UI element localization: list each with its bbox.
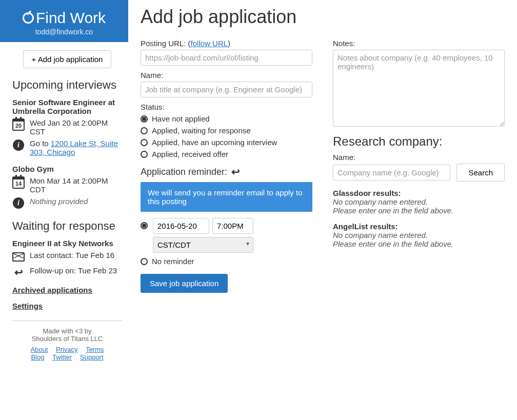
footer: Made with <3 by Shoulders of Titans LLC … — [12, 327, 122, 361]
divider — [12, 321, 122, 321]
interview-location: Go to 1200 Lake St, Suite 303, Chicago — [30, 139, 122, 156]
status-option[interactable]: Applied, have an upcoming interview — [141, 138, 312, 147]
no-reminder-option[interactable]: No reminder — [141, 257, 312, 266]
angellist-empty: No company name entered. Please enter on… — [333, 231, 505, 248]
followup: Follow-up on: Tue Feb 23 — [30, 266, 117, 275]
status-option[interactable]: Have not applied — [141, 114, 312, 123]
search-button[interactable]: Search — [456, 164, 505, 182]
last-contact: Last contact: Tue Feb 16 — [30, 251, 114, 259]
upcoming-item: Globo Gym 14 Mon Mar 14 at 2:00PM CDT i … — [12, 165, 122, 209]
radio-icon — [141, 139, 148, 146]
main: Add job application Posting URL: (follow… — [128, 0, 517, 361]
radio-icon — [141, 258, 148, 265]
posting-url-label: Posting URL: (follow URL) — [141, 39, 312, 48]
timezone-select[interactable]: CST/CDT — [153, 237, 253, 253]
footer-link[interactable]: Twitter — [52, 353, 72, 361]
brand-email: todd@findwork.co — [0, 28, 128, 36]
research-heading: Research company: — [333, 134, 505, 149]
footer-link[interactable]: About — [30, 346, 48, 353]
footer-link[interactable]: Support — [80, 353, 104, 361]
page-title: Add job application — [141, 6, 505, 28]
status-option[interactable]: Applied, waiting for response — [141, 126, 312, 135]
notes-textarea[interactable] — [333, 50, 505, 127]
waiting-item: Engineer II at Sky Networks Last contact… — [12, 239, 122, 278]
status-label: Status: — [141, 103, 312, 111]
brand-title: Find Work — [36, 9, 106, 27]
company-name-label: Name: — [333, 153, 505, 162]
add-application-button[interactable]: + Add job application — [23, 50, 112, 68]
waiting-title: Engineer II at Sky Networks — [12, 239, 122, 248]
footer-link[interactable]: Privacy — [56, 346, 78, 353]
reminder-date-input[interactable] — [153, 218, 209, 234]
info-icon: i — [13, 197, 24, 209]
posting-url-input[interactable] — [141, 50, 312, 66]
radio-icon — [141, 127, 148, 134]
upcoming-heading: Upcoming interviews — [12, 78, 122, 92]
waiting-heading: Waiting for response — [12, 219, 122, 233]
calendar-icon: 14 — [12, 176, 25, 189]
name-label: Name: — [141, 71, 312, 79]
reply-icon: ↩ — [231, 166, 240, 178]
name-input[interactable] — [141, 82, 312, 97]
sidebar: Find Work todd@findwork.co + Add job app… — [0, 0, 128, 361]
glassdoor-heading: Glassdoor results: — [333, 189, 505, 197]
archived-link[interactable]: Archived applications — [12, 286, 122, 294]
status-option[interactable]: Applied, received offer — [141, 150, 312, 158]
reminder-heading: Application reminder: ↩ — [141, 166, 312, 178]
interview-title: Globo Gym — [12, 165, 122, 173]
radio-icon[interactable] — [141, 222, 148, 229]
reply-icon: ↩ — [14, 266, 23, 278]
right-column: Notes: Research company: Name: Search Gl… — [333, 34, 505, 293]
footer-link[interactable]: Blog — [31, 353, 44, 361]
radio-icon — [141, 151, 148, 158]
interview-datetime: Wed Jan 20 at 2:00PM CST — [30, 118, 122, 136]
angellist-heading: AngelList results: — [333, 222, 505, 231]
reminder-notice: We will send you a reminder email to app… — [141, 182, 312, 212]
settings-link[interactable]: Settings — [12, 302, 122, 310]
interview-datetime: Mon Mar 14 at 2:00PM CDT — [30, 176, 122, 194]
search-icon — [23, 12, 34, 24]
info-icon: i — [13, 139, 24, 151]
brand-header[interactable]: Find Work todd@findwork.co — [0, 0, 128, 42]
reminder-time-input[interactable] — [212, 218, 253, 234]
radio-icon — [141, 115, 148, 123]
follow-url-link[interactable]: follow URL — [191, 39, 228, 48]
save-button[interactable]: Save job application — [141, 274, 228, 293]
footer-link[interactable]: Terms — [86, 346, 104, 353]
notes-label: Notes: — [333, 39, 505, 48]
left-column: Posting URL: (follow URL) Name: Status: … — [141, 34, 312, 293]
interview-location-empty: Nothing provided — [30, 197, 88, 206]
glassdoor-empty: No company name entered. Please enter on… — [333, 197, 505, 215]
envelope-icon — [12, 252, 25, 262]
upcoming-item: Senior Software Engineer at Umbrella Cor… — [12, 98, 122, 156]
interview-title: Senior Software Engineer at Umbrella Cor… — [12, 98, 122, 115]
company-name-input[interactable] — [333, 165, 450, 181]
calendar-icon: 20 — [12, 118, 25, 131]
